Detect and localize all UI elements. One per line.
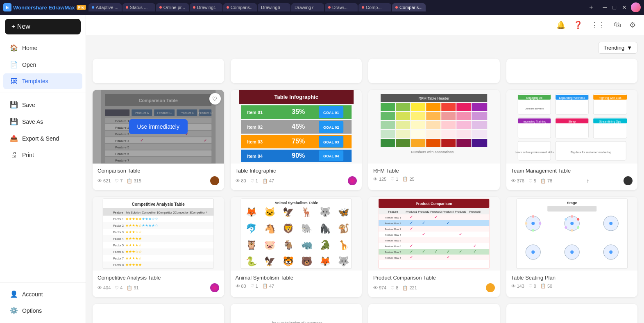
svg-text:🦊: 🦊 [319,256,331,267]
card-preview-competitive-analysis: Competitive Analysis Table Feature My So… [93,197,224,271]
views-stat: 👁 404 [98,285,111,290]
tab-drawing6[interactable]: Drawing6 [258,3,290,11]
partial-card-1[interactable] [93,59,224,83]
tab-label: Status ... [130,5,147,10]
window-controls: ─ □ ✕ [601,3,628,11]
sidebar-item-export[interactable]: 📤 Export & Send [3,130,82,146]
heart-button[interactable]: ♡ [209,93,221,105]
card-competitive-analysis[interactable]: Competitive Analysis Table Feature My So… [93,197,224,297]
views-stat: 👁 974 [373,285,386,290]
card-info-team-management: Team Management Table 👁 376 ♡ 5 📋 78 ↑ [506,164,638,190]
add-tab-button[interactable]: + [587,4,595,11]
sidebar-item-options[interactable]: ⚙️ Options [3,303,82,318]
tab-status...[interactable]: Status ... [122,3,155,11]
sidebar-label-options: Options [22,307,42,314]
use-immediately-overlay[interactable]: Use immediately [93,90,224,164]
card-product-comparison[interactable]: Product Comparison Feature Product1 Prod… [368,197,500,297]
tab-drawing7[interactable]: Drawing7 [291,3,324,11]
svg-text:✓: ✓ [473,243,476,248]
svg-text:Feature Row 3: Feature Row 3 [385,228,401,230]
tab-onlinepr...[interactable]: Online pr... [156,3,189,11]
close-button[interactable]: ✕ [620,3,628,11]
tab-drawi...[interactable]: Drawi... [325,3,358,11]
card-team-management-table[interactable]: Engaging All Employees Do team activitie… [506,90,638,190]
tab-drawing1[interactable]: Drawing1 [190,3,222,11]
card-preview-animal-symbolism: Animal Symbolism Table 🦊 🐱 🦅 🦌 🐺 🦋 🐬 🐴 [231,197,362,271]
bottom-partial-card-3[interactable] [368,304,500,323]
card-animal-symbolism[interactable]: Animal Symbolism Table 🦊 🐱 🦅 🦌 🐺 🦋 🐬 🐴 [231,197,362,297]
tab-comparis...[interactable]: Comparis... [392,3,426,11]
sidebar-label-print: Print [22,152,34,158]
sidebar-item-print[interactable]: 🖨 Print [3,147,82,163]
card-title-animal-symbolism: Animal Symbolism Table [236,275,357,281]
sidebar-label-account: Account [22,291,43,298]
partial-card-2[interactable] [231,59,362,83]
bell-icon[interactable]: 🔔 [555,19,567,31]
sidebar-label-save-as: Save As [22,118,43,125]
svg-text:★★★★★: ★★★★★ [125,237,142,241]
svg-rect-74 [441,121,456,129]
tab-comp...[interactable]: Comp... [358,3,391,11]
open-icon: 📄 [10,61,18,68]
sidebar-item-home[interactable]: 🏠 Home [3,40,82,56]
tab-comparis...[interactable]: Comparis... [223,3,257,11]
card-table-infographic[interactable]: Table Infographic Item 01 35% GOAL 01 It… [231,90,362,190]
tab-adaptive...[interactable]: Adaptive ... [88,3,122,11]
card-preview-table-infographic: Table Infographic Item 01 35% GOAL 01 It… [231,90,362,164]
apps-icon[interactable]: ⋮⋮ [589,19,607,31]
save-icon: 💾 [10,101,18,109]
tab-label: Comp... [366,5,382,10]
partial-card-3[interactable] [368,59,500,83]
svg-text:🐺: 🐺 [319,207,331,218]
svg-text:Feature Row 7: Feature Row 7 [385,251,401,253]
sort-dropdown[interactable]: Trending ▼ [598,42,637,54]
svg-text:Competitor 3: Competitor 3 [175,211,191,214]
svg-point-252 [609,250,612,254]
svg-rect-71 [396,121,410,129]
svg-text:Item 01: Item 01 [247,110,263,115]
svg-text:Expanding Wellness: Expanding Wellness [559,96,585,100]
copies-stat: 📋 91 [127,285,138,291]
svg-text:✓: ✓ [447,255,450,259]
svg-point-243 [565,226,567,229]
copies-stat: 📋 78 [540,178,552,184]
card-preview-rfm-table: RFM Table Header [368,90,500,164]
svg-text:★★★☆☆: ★★★☆☆ [142,217,158,221]
sidebar-item-open[interactable]: 📄 Open [3,57,82,73]
card-rfm-table[interactable]: RFM Table Header [368,90,500,190]
card-seating-plan[interactable]: Stage [506,197,638,297]
help-icon[interactable]: ❓ [572,19,584,31]
bottom-partial-card-1[interactable] [93,304,224,323]
maximize-button[interactable]: □ [611,3,618,11]
card-info-comparison-table: Comparison Table 👁 621 ♡ 7 📋 315 [93,164,224,190]
svg-text:Item 02: Item 02 [247,125,263,130]
svg-text:My Solution: My Solution [126,211,141,214]
settings-icon[interactable]: ⚙ [628,19,637,31]
tab-label: Drawing1 [197,5,216,10]
svg-rect-62 [472,103,487,111]
sidebar-item-templates[interactable]: 🖼 Templates [3,73,82,89]
svg-text:GOAL 02: GOAL 02 [323,125,339,130]
svg-text:🦅: 🦅 [264,256,275,267]
new-button[interactable]: + New [5,19,81,34]
svg-text:🐴: 🐴 [264,223,275,234]
use-immediately-button[interactable]: Use immediately [129,119,188,134]
bottom-partial-gestures[interactable]: The Symbolization of Guestures [231,304,362,323]
user-avatar[interactable] [631,2,641,12]
svg-rect-90 [472,139,487,147]
card-preview-product-comparison: Product Comparison Feature Product1 Prod… [368,197,500,271]
store-icon[interactable]: 🛍 [612,19,623,31]
sidebar-item-account[interactable]: 👤 Account [3,286,82,302]
card-stats-competitive-analysis: 👁 404 ♡ 4 📋 91 [98,283,219,292]
partial-card-4[interactable] [506,59,638,83]
bottom-partial-row: The Symbolization of Guestures [93,304,637,323]
svg-text:Big data for customer marketin: Big data for customer marketing [570,151,611,154]
sidebar-item-save[interactable]: 💾 Save [3,97,82,113]
svg-text:Factor 6: Factor 6 [113,250,124,253]
card-comparison-table[interactable]: Comparison Table Product A Product B Pro… [93,90,224,190]
bottom-partial-card-4[interactable] [506,304,638,323]
sidebar-item-save-as[interactable]: 💾 Save As [3,114,82,130]
bottom-partial-label: The Symbolization of Guestures [270,321,322,323]
minimize-button[interactable]: ─ [601,3,609,11]
svg-rect-76 [472,121,487,129]
